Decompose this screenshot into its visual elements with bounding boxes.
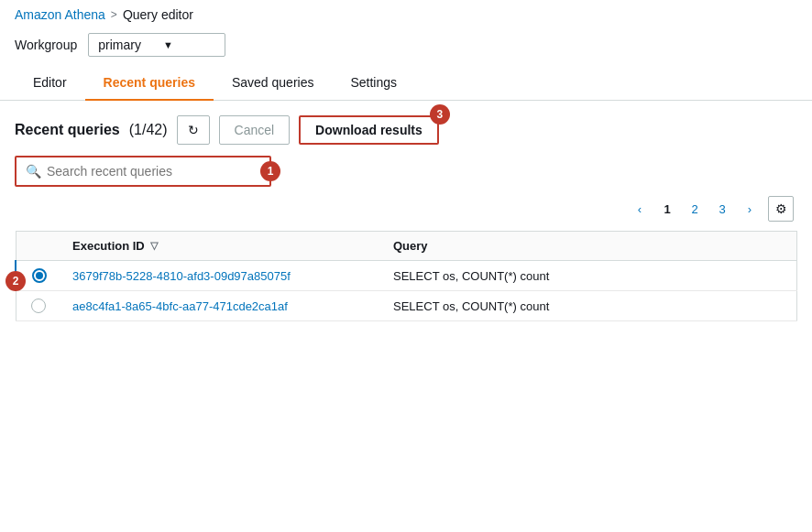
results-table: Execution ID ▽ Query — [15, 231, 797, 321]
radio-circle-2[interactable] — [31, 299, 46, 313]
section-title: Recent queries — [15, 122, 120, 138]
radio-circle-1[interactable] — [32, 268, 47, 283]
table-outer: 2 Execution ID ▽ Query — [15, 231, 797, 321]
pagination-prev-button[interactable]: ‹ — [627, 196, 653, 222]
pagination-page-1-button[interactable]: 1 — [654, 196, 680, 222]
table-cell-id-1: 3679f78b-5228-4810-afd3-09d97a85075f — [61, 261, 382, 291]
tab-settings[interactable]: Settings — [332, 66, 415, 101]
annotation-badge-3: 3 — [430, 104, 450, 125]
tab-editor[interactable]: Editor — [15, 66, 85, 101]
search-input-wrapper: 🔍 1 — [15, 156, 271, 187]
tab-recent-queries[interactable]: Recent queries — [85, 66, 214, 101]
workgroup-label: Workgroup — [15, 38, 77, 52]
pagination-page-3-button[interactable]: 3 — [709, 196, 735, 222]
radio-dot-1 — [36, 272, 43, 279]
th-execution-id-label: Execution ID — [72, 239, 145, 253]
download-results-button[interactable]: Download results — [299, 115, 439, 145]
query-text-1: SELECT os, COUNT(*) count — [393, 269, 549, 283]
refresh-button[interactable]: ↻ — [177, 115, 210, 145]
search-row: 🔍 1 — [15, 156, 797, 187]
cancel-button[interactable]: Cancel — [219, 115, 291, 145]
th-select — [16, 232, 61, 261]
workgroup-row: Workgroup primary ▼ — [0, 27, 812, 66]
annotation-badge-1: 1 — [260, 161, 280, 181]
radio-button-1[interactable] — [27, 268, 50, 283]
content-area: Recent queries (1/42) ↻ Cancel Download … — [0, 101, 812, 336]
th-execution-id: Execution ID ▽ — [61, 232, 382, 261]
search-input[interactable] — [47, 164, 260, 179]
table-cell-id-2: ae8c4fa1-8a65-4bfc-aa77-471cde2ca1af — [61, 291, 382, 321]
table-row: 3679f78b-5228-4810-afd3-09d97a85075f SEL… — [16, 261, 797, 291]
th-query-label: Query — [393, 239, 428, 253]
table-cell-query-1: SELECT os, COUNT(*) count — [382, 261, 797, 291]
breadcrumb-separator: > — [111, 8, 117, 21]
query-text-2: SELECT os, COUNT(*) count — [393, 299, 549, 313]
table-cell-select-2[interactable] — [16, 291, 61, 321]
pagination-settings-button[interactable]: ⚙ — [768, 196, 794, 222]
radio-button-2[interactable] — [27, 299, 51, 313]
workgroup-value: primary — [98, 38, 141, 52]
pagination-next-button[interactable]: › — [737, 196, 763, 222]
section-count: (1/42) — [129, 122, 168, 138]
table-row: ae8c4fa1-8a65-4bfc-aa77-471cde2ca1af SEL… — [16, 291, 797, 321]
sort-icon[interactable]: ▽ — [150, 240, 158, 252]
page-wrapper: Amazon Athena > Query editor Workgroup p… — [0, 0, 812, 532]
table-cell-query-2: SELECT os, COUNT(*) count — [382, 291, 797, 321]
annotation-badge-2: 2 — [5, 271, 26, 291]
breadcrumb-parent-link[interactable]: Amazon Athena — [15, 7, 105, 22]
tab-saved-queries[interactable]: Saved queries — [214, 66, 333, 101]
th-query: Query — [382, 232, 797, 261]
execution-id-link-1[interactable]: 3679f78b-5228-4810-afd3-09d97a85075f — [72, 269, 291, 283]
workgroup-select[interactable]: primary ▼ — [88, 33, 225, 57]
table-header-row: Execution ID ▽ Query — [16, 232, 797, 261]
breadcrumb-current: Query editor — [123, 7, 193, 22]
execution-id-link-2[interactable]: ae8c4fa1-8a65-4bfc-aa77-471cde2ca1af — [72, 299, 288, 313]
workgroup-arrow-icon: ▼ — [163, 39, 173, 50]
pagination-row: ‹ 1 2 3 › ⚙ — [15, 196, 797, 222]
section-header: Recent queries (1/42) ↻ Cancel Download … — [15, 115, 797, 145]
pagination-page-2-button[interactable]: 2 — [682, 196, 708, 222]
breadcrumb: Amazon Athena > Query editor — [0, 0, 812, 27]
tabs-bar: Editor Recent queries Saved queries Sett… — [0, 66, 812, 101]
search-icon: 🔍 — [26, 164, 41, 179]
